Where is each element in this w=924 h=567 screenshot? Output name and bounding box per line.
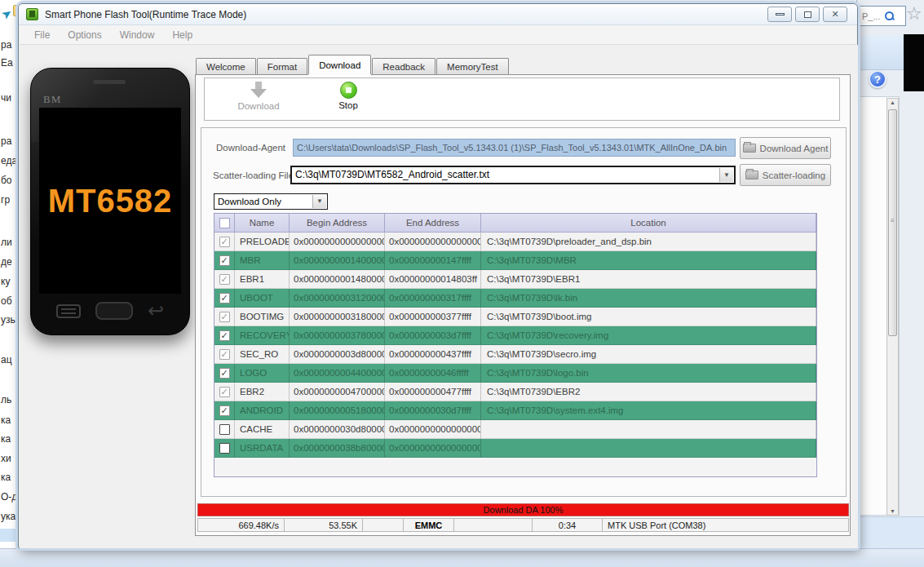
scrollbar-thumb[interactable]: ≡ bbox=[888, 109, 897, 336]
close-button[interactable]: ✕ bbox=[823, 7, 847, 22]
row-checkbox-cell[interactable] bbox=[214, 420, 235, 439]
menu-bar: File Options Window Help bbox=[20, 25, 856, 45]
row-checkbox-cell[interactable]: ✓ bbox=[214, 383, 235, 401]
row-checkbox[interactable]: ✓ bbox=[219, 387, 230, 397]
row-checkbox-cell[interactable]: ✓ bbox=[214, 233, 235, 251]
row-checkbox[interactable]: ✓ bbox=[219, 293, 230, 303]
scatter-file-combo[interactable]: C:\3q\MT0739D\MT6582_Android_scatter.txt… bbox=[290, 166, 736, 184]
minimize-button[interactable] bbox=[767, 7, 792, 22]
table-row[interactable]: ✓ANDROID0x00000000051800000x0000000030d7… bbox=[214, 401, 816, 420]
table-row[interactable]: ✓RECOVERY0x00000000037800000x0000000003d… bbox=[214, 326, 816, 345]
row-checkbox[interactable] bbox=[219, 443, 230, 454]
header-begin-address[interactable]: Begin Address bbox=[290, 214, 385, 233]
tab-welcome[interactable]: Welcome bbox=[196, 58, 256, 74]
flash-tool-window: Smart Phone Flash Tool(Runtime Trace Mod… bbox=[18, 3, 858, 548]
page-text-fragment: ка bbox=[1, 472, 11, 483]
header-location[interactable]: Location bbox=[481, 214, 816, 233]
page-text-fragment: чи bbox=[1, 92, 11, 104]
header-checkbox-cell[interactable] bbox=[214, 214, 235, 233]
empty-cell-2 bbox=[454, 519, 533, 531]
header-name[interactable]: Name bbox=[235, 214, 290, 233]
row-checkbox-cell[interactable]: ✓ bbox=[214, 326, 235, 345]
tab-format[interactable]: Format bbox=[257, 58, 307, 74]
menu-file[interactable]: File bbox=[26, 27, 58, 43]
download-action-button[interactable]: Download bbox=[224, 82, 293, 111]
page-text-fragment: узь bbox=[1, 314, 15, 326]
scrollbar[interactable]: ▲ ≡ ▼ bbox=[886, 98, 899, 516]
stop-action-button[interactable]: Stop bbox=[314, 82, 382, 110]
row-checkbox[interactable]: ✓ bbox=[219, 368, 230, 379]
row-checkbox[interactable]: ✓ bbox=[219, 237, 230, 247]
cell-location: C:\3q\MT0739D\lk.bin bbox=[481, 289, 816, 308]
cell-begin-address: 0x0000000004400000 bbox=[290, 364, 385, 383]
table-row[interactable]: ✓EBR10x00000000014800000x00000000014803f… bbox=[214, 270, 816, 289]
row-checkbox-cell[interactable]: ✓ bbox=[214, 345, 235, 364]
row-checkbox-cell[interactable]: ✓ bbox=[214, 401, 235, 420]
row-checkbox-cell[interactable] bbox=[214, 439, 235, 458]
row-checkbox[interactable]: ✓ bbox=[219, 405, 230, 416]
search-box[interactable]: Р_... bbox=[859, 6, 906, 26]
page-text-fragment: де bbox=[1, 256, 12, 268]
cell-location bbox=[481, 420, 816, 439]
row-checkbox-cell[interactable]: ✓ bbox=[214, 364, 235, 383]
elapsed-time-cell: 0:34 bbox=[533, 519, 603, 531]
cell-location: C:\3q\MT0739D\EBR2 bbox=[481, 383, 816, 401]
window-controls: ✕ bbox=[767, 7, 847, 22]
row-checkbox-cell[interactable]: ✓ bbox=[214, 308, 235, 326]
page-text-fragment: ка bbox=[1, 414, 11, 426]
cell-begin-address: 0x0000000003120000 bbox=[290, 289, 385, 308]
menu-options[interactable]: Options bbox=[60, 27, 109, 43]
table-row[interactable]: ✓PRELOADER0x00000000000000000x0000000000… bbox=[214, 233, 816, 251]
page-text-fragment: ль bbox=[1, 394, 11, 405]
row-checkbox[interactable]: ✓ bbox=[219, 255, 230, 266]
table-row[interactable]: ✓UBOOT0x00000000031200000x000000000317ff… bbox=[214, 289, 816, 308]
help-icon[interactable]: ? bbox=[869, 70, 886, 88]
download-agent-button[interactable]: Download Agent bbox=[740, 137, 831, 159]
tab-memorytest[interactable]: MemoryTest bbox=[436, 58, 509, 74]
row-checkbox-cell[interactable]: ✓ bbox=[214, 289, 235, 308]
title-bar[interactable]: Smart Phone Flash Tool(Runtime Trace Mod… bbox=[19, 4, 857, 25]
row-checkbox-cell[interactable]: ✓ bbox=[214, 251, 235, 270]
menu-window[interactable]: Window bbox=[112, 27, 163, 43]
cell-end-address: 0x00000000046fffff bbox=[385, 364, 481, 383]
download-agent-field[interactable]: C:\Users\tata\Downloads\SP_Flash_Tool_v5… bbox=[293, 139, 736, 157]
row-checkbox[interactable] bbox=[219, 424, 230, 435]
chevron-down-icon[interactable]: ▼ bbox=[312, 195, 326, 208]
table-row[interactable]: ✓EBR20x00000000047000000x000000000477fff… bbox=[214, 383, 816, 401]
cell-begin-address: 0x0000000005180000 bbox=[290, 401, 385, 420]
scroll-up-icon[interactable]: ▲ bbox=[888, 100, 897, 105]
minimize-icon bbox=[776, 13, 785, 16]
scroll-down-icon[interactable]: ▼ bbox=[888, 508, 897, 514]
page-image-fragment bbox=[904, 34, 924, 91]
cell-name: UBOOT bbox=[235, 289, 290, 308]
scatter-loading-button[interactable]: Scatter-loading bbox=[740, 164, 831, 186]
row-checkbox[interactable]: ✓ bbox=[219, 349, 230, 360]
row-checkbox[interactable]: ✓ bbox=[219, 312, 230, 322]
row-checkbox[interactable]: ✓ bbox=[219, 330, 230, 341]
table-row[interactable]: ✓MBR0x00000000014000000x000000000147ffff… bbox=[214, 251, 816, 270]
row-checkbox[interactable]: ✓ bbox=[219, 274, 230, 285]
table-row[interactable]: ✓BOOTIMG0x00000000031800000x000000000377… bbox=[214, 308, 816, 326]
maximize-button[interactable] bbox=[795, 7, 820, 22]
scatter-file-label: Scatter-loading File bbox=[213, 171, 294, 180]
background-right-window: Р_... ☆ ? ▲ ≡ ▼ bbox=[856, 0, 924, 567]
table-row[interactable]: USRDATA0x0000000038b800000x0000000000000… bbox=[214, 439, 816, 458]
page-text-fragment: бо bbox=[1, 175, 12, 186]
tab-download[interactable]: Download bbox=[308, 55, 371, 74]
page-text-fragment: ка bbox=[1, 433, 11, 445]
menu-help[interactable]: Help bbox=[164, 27, 201, 43]
folder-icon bbox=[745, 171, 758, 179]
header-end-address[interactable]: End Address bbox=[385, 214, 481, 233]
row-checkbox-cell[interactable]: ✓ bbox=[214, 270, 235, 289]
stop-icon bbox=[340, 82, 357, 99]
size-cell: 53.55K bbox=[285, 519, 363, 531]
table-row[interactable]: ✓SEC_RO0x0000000003d800000x000000000437f… bbox=[214, 345, 816, 364]
tab-readback[interactable]: Readback bbox=[372, 58, 435, 74]
chevron-down-icon[interactable]: ▼ bbox=[719, 168, 733, 182]
search-icon[interactable] bbox=[885, 11, 894, 20]
select-all-checkbox[interactable] bbox=[219, 218, 230, 228]
table-row[interactable]: CACHE0x0000000030d800000x000000000000000… bbox=[214, 420, 816, 439]
favorites-star-icon[interactable]: ☆ bbox=[906, 3, 922, 24]
table-row[interactable]: ✓LOGO0x00000000044000000x00000000046ffff… bbox=[214, 364, 816, 383]
mode-select[interactable]: Download Only ▼ bbox=[214, 193, 328, 210]
